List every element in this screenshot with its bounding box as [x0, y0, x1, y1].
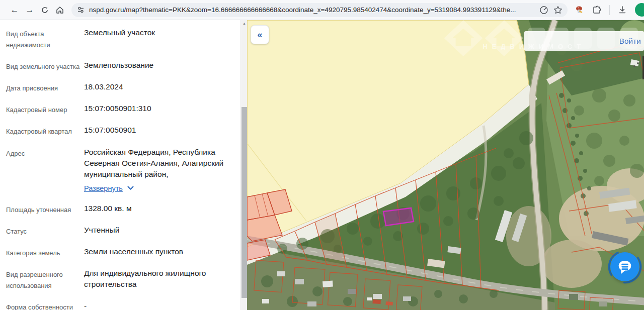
info-row-value: Российская Федерация, Республика Северна…	[84, 147, 232, 194]
info-row-label: Адрес	[6, 147, 84, 194]
extensions-puzzle-icon[interactable]	[592, 5, 602, 15]
info-row-value: Для индивидуального жилищного строительс…	[84, 268, 232, 291]
info-row-label: Вид земельного участка	[6, 60, 84, 72]
info-row-value: 18.03.2024	[84, 81, 123, 94]
info-row-value: 15:07:0050901	[84, 125, 136, 137]
info-row-label: Кадастровый квартал	[6, 125, 84, 137]
info-row: Категория земельЗемли населенных пунктов	[6, 246, 237, 259]
info-row: Вид объекта недвижимостиЗемельный участо…	[6, 27, 237, 51]
info-row: Площадь уточненная1328.00 кв. м	[6, 203, 237, 216]
parcel-info-panel: Вид объекта недвижимостиЗемельный участо…	[0, 20, 240, 310]
info-row: Кадастровый номер15:07:0050901:310	[6, 103, 237, 116]
info-row-value: 1328.00 кв. м	[84, 203, 132, 216]
expand-address-link[interactable]: Развернуть	[84, 183, 134, 194]
performance-gauge-icon[interactable]	[539, 6, 548, 15]
info-row: Форма собственности-	[6, 300, 237, 310]
info-row-label: Кадастровый номер	[6, 103, 84, 116]
chat-widget	[609, 251, 641, 283]
back-icon[interactable]: ←	[7, 6, 22, 14]
info-row-label: Вид разрешенного использования	[6, 268, 84, 291]
forward-icon[interactable]: →	[22, 6, 37, 14]
toolbar-divider	[609, 5, 610, 15]
info-row-value: Учтенный	[84, 225, 119, 237]
info-row-value: 15:07:0050901:310	[84, 103, 151, 116]
info-row-label: Площадь уточненная	[6, 203, 84, 216]
info-row-label: Вид объекта недвижимости	[6, 27, 84, 51]
chat-bubble-icon	[615, 257, 634, 276]
profile-avatar[interactable]	[635, 3, 644, 17]
map-viewport: НЕДВИЖИМОСТ « Войти	[247, 20, 644, 310]
info-row-label: Дата присвоения	[6, 81, 84, 94]
browser-toolbar: ← → nspd.gov.ru/map?thematic=PKK&zoom=16…	[0, 0, 644, 20]
info-row-label: Форма собственности	[6, 300, 84, 310]
info-row: Вид земельного участкаЗемлепользование	[6, 60, 237, 72]
panel-collapse-button[interactable]: «	[251, 25, 269, 44]
refresh-icon[interactable]	[37, 6, 52, 14]
site-settings-icon[interactable]	[76, 6, 85, 14]
info-row-label: Категория земель	[6, 246, 84, 259]
info-row: Кадастровый квартал15:07:0050901	[6, 125, 237, 137]
bookmark-star-icon[interactable]	[553, 6, 562, 15]
address-bar[interactable]: nspd.gov.ru/map?thematic=PKK&zoom=16.666…	[71, 3, 568, 17]
extension-colored-icon[interactable]	[575, 5, 584, 15]
download-icon[interactable]	[617, 5, 627, 15]
info-row-value: Землепользование	[84, 60, 153, 72]
info-row: СтатусУчтенный	[6, 225, 237, 237]
scrollbar-thumb[interactable]	[242, 107, 247, 298]
url-text[interactable]: nspd.gov.ru/map?thematic=PKK&zoom=16.666…	[89, 6, 534, 14]
panel-scrollbar[interactable]: ▲	[240, 20, 247, 310]
info-row: Вид разрешенного использованияДля индиви…	[6, 268, 237, 291]
info-row-label: Статус	[6, 225, 84, 237]
info-row: АдресРоссийская Федерация, Республика Се…	[6, 147, 237, 194]
info-row-value: Земли населенных пунктов	[84, 246, 183, 259]
chevron-down-icon	[127, 186, 134, 190]
login-bar: Войти	[524, 31, 644, 51]
satellite-map-canvas[interactable]	[247, 20, 644, 310]
chat-button[interactable]	[610, 252, 639, 281]
info-row-value: Земельный участок	[84, 27, 155, 51]
info-row-value: -	[84, 300, 87, 310]
info-row: Дата присвоения18.03.2024	[6, 81, 237, 94]
home-icon[interactable]	[52, 6, 67, 15]
login-button[interactable]: Войти	[619, 37, 641, 46]
